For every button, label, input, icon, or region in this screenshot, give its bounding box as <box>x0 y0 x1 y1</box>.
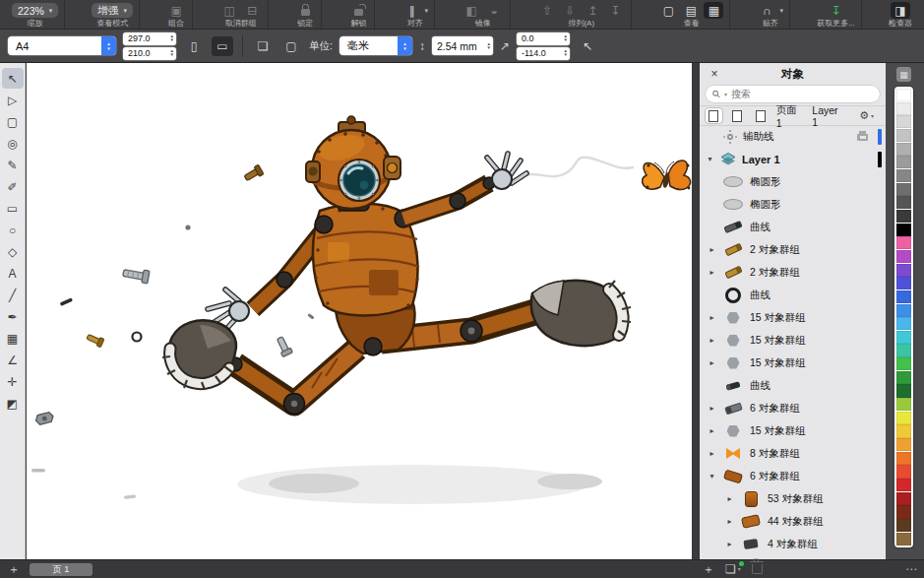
show-pages-and-layers-button[interactable] <box>706 108 722 123</box>
line-tool[interactable]: ╱ <box>2 285 24 305</box>
more-options-button[interactable]: ⋯ <box>905 562 918 576</box>
caret-right-icon[interactable]: ▸ <box>725 495 734 503</box>
object-row[interactable]: ▸4 对象群组 <box>700 533 886 555</box>
caret-right-icon[interactable]: ▸ <box>708 337 716 345</box>
zoom-level-dropdown[interactable]: 223%▾ <box>12 3 58 18</box>
drawing-canvas[interactable] <box>27 63 692 559</box>
color-swatch[interactable] <box>896 505 911 518</box>
add-page-button[interactable]: ＋ <box>8 563 20 575</box>
page-all-sizes-button[interactable]: ❏ <box>252 36 274 56</box>
object-row[interactable]: 曲线 <box>700 216 886 238</box>
color-swatch[interactable] <box>896 129 911 142</box>
caret-right-icon[interactable]: ▸ <box>725 518 734 526</box>
color-swatch[interactable] <box>896 250 911 263</box>
view-mode-dropdown[interactable]: 增强▾ <box>92 3 133 18</box>
caret-right-icon[interactable]: ▸ <box>708 405 716 413</box>
object-row[interactable]: ▸53 对象群组 <box>700 487 886 510</box>
object-row[interactable]: ▸15 对象群组 <box>700 352 886 374</box>
table-tool[interactable]: ▦ <box>2 328 24 349</box>
layer-row[interactable]: ▾ Layer 1 <box>700 148 886 170</box>
layer-manager-button[interactable]: ❏▾ <box>725 563 741 575</box>
new-layer-button[interactable]: ＋ <box>703 563 714 575</box>
color-swatch[interactable] <box>896 115 911 128</box>
color-swatch[interactable] <box>896 210 911 223</box>
pick-tool[interactable]: ↖ <box>2 68 24 89</box>
caret-right-icon[interactable]: ▸ <box>725 541 734 548</box>
current-layer-label[interactable]: Layer 1 <box>812 104 846 128</box>
object-row[interactable]: ▸15 对象群组 <box>700 329 886 352</box>
object-row[interactable]: 椭圆形 <box>700 170 886 193</box>
polygon-tool[interactable]: ◇ <box>2 241 24 262</box>
caret-right-icon[interactable]: ▸ <box>708 246 716 254</box>
current-page-label[interactable]: 页面 1 <box>776 103 806 129</box>
caret-right-icon[interactable]: ▸ <box>708 314 716 322</box>
object-row[interactable]: ▸15 对象群组 <box>700 306 886 329</box>
snap-magnet-button[interactable]: ∩ <box>758 2 777 19</box>
object-row[interactable]: ▸6 对象群组 <box>700 397 886 419</box>
color-swatch[interactable] <box>896 143 911 156</box>
object-row[interactable]: ▸2 对象群组 <box>700 238 886 261</box>
color-swatch[interactable] <box>896 438 911 451</box>
guides-row[interactable]: 辅助线 <box>700 126 886 148</box>
object-row[interactable]: 曲线 <box>700 284 886 306</box>
align-button[interactable]: ∥ <box>402 2 422 19</box>
color-swatch[interactable] <box>896 519 911 532</box>
portrait-button[interactable]: ▯ <box>183 36 205 56</box>
ellipse-tool[interactable]: ○ <box>2 220 24 240</box>
color-swatch[interactable] <box>896 452 911 465</box>
color-swatch[interactable] <box>896 533 911 546</box>
color-swatch[interactable] <box>896 479 911 491</box>
color-swatch[interactable] <box>896 290 911 303</box>
layer-options-dropdown[interactable]: ⚙▾ <box>853 108 880 123</box>
color-swatch[interactable] <box>896 156 911 168</box>
color-swatch[interactable] <box>896 169 911 182</box>
delete-button[interactable] <box>752 564 763 574</box>
color-swatch[interactable] <box>896 424 911 437</box>
color-swatch[interactable] <box>896 331 911 344</box>
object-row[interactable]: ▸44 对象群组 <box>700 510 886 533</box>
object-row[interactable]: ▸8 对象群组 <box>700 442 886 465</box>
zoom-tool[interactable]: ◎ <box>2 133 24 154</box>
page-size-select[interactable]: A4 ▴▾ <box>8 36 116 55</box>
page-tab[interactable]: 页 1 <box>30 563 92 576</box>
show-pages-button[interactable] <box>729 108 746 123</box>
page-current-size-button[interactable]: ▢ <box>280 36 302 56</box>
stepper-icon[interactable]: ▲▼ <box>170 49 174 57</box>
nudge-field[interactable]: 2.54 mm ▲▼ <box>432 36 493 55</box>
artistic-media-tool[interactable]: ✐ <box>2 176 24 197</box>
stepper-icon[interactable]: ▲▼ <box>564 49 568 57</box>
wireframe-view-button[interactable]: ▤ <box>681 2 701 19</box>
color-swatch[interactable] <box>896 264 911 277</box>
guides-color-chip[interactable] <box>878 129 882 145</box>
caret-right-icon[interactable]: ▸ <box>708 450 716 458</box>
page-view-button[interactable]: ▢ <box>658 2 678 19</box>
color-swatch[interactable] <box>896 317 911 330</box>
object-row[interactable]: ▾6 对象群组 <box>700 465 886 487</box>
show-layers-button[interactable] <box>753 108 770 123</box>
color-swatch[interactable] <box>896 371 911 384</box>
color-swatch[interactable] <box>896 412 911 424</box>
color-swatch[interactable] <box>896 344 911 356</box>
crop-tool[interactable]: ▢ <box>2 111 24 132</box>
object-row[interactable]: 椭圆形 <box>700 193 886 216</box>
units-select[interactable]: 毫米 ▴▾ <box>339 36 412 55</box>
duplicate-y-field[interactable]: -114.0 ▲▼ <box>517 47 570 60</box>
color-swatch[interactable] <box>896 102 911 115</box>
rectangle-tool[interactable]: ▭ <box>2 198 24 219</box>
layer-color-chip[interactable] <box>878 152 882 167</box>
caret-right-icon[interactable]: ▸ <box>708 359 716 367</box>
color-swatch[interactable] <box>896 196 911 209</box>
stepper-icon[interactable]: ▲▼ <box>564 34 568 42</box>
page-height-field[interactable]: 210.0 ▲▼ <box>123 47 176 60</box>
color-swatch[interactable] <box>896 224 911 236</box>
pixels-view-button[interactable]: ▦ <box>704 2 723 19</box>
dimension-tool[interactable]: ∠ <box>2 350 24 370</box>
palette-options-icon[interactable]: ▦ <box>896 67 911 82</box>
pen-tool[interactable]: ✒ <box>2 306 24 327</box>
caret-down-icon[interactable]: ▾ <box>708 473 716 481</box>
color-swatch[interactable] <box>896 304 911 317</box>
shape-tool[interactable]: ▷ <box>2 90 24 110</box>
object-row[interactable]: ▸15 对象群组 <box>700 419 886 442</box>
color-swatch[interactable] <box>896 89 911 101</box>
landscape-button[interactable]: ▭ <box>212 36 233 56</box>
